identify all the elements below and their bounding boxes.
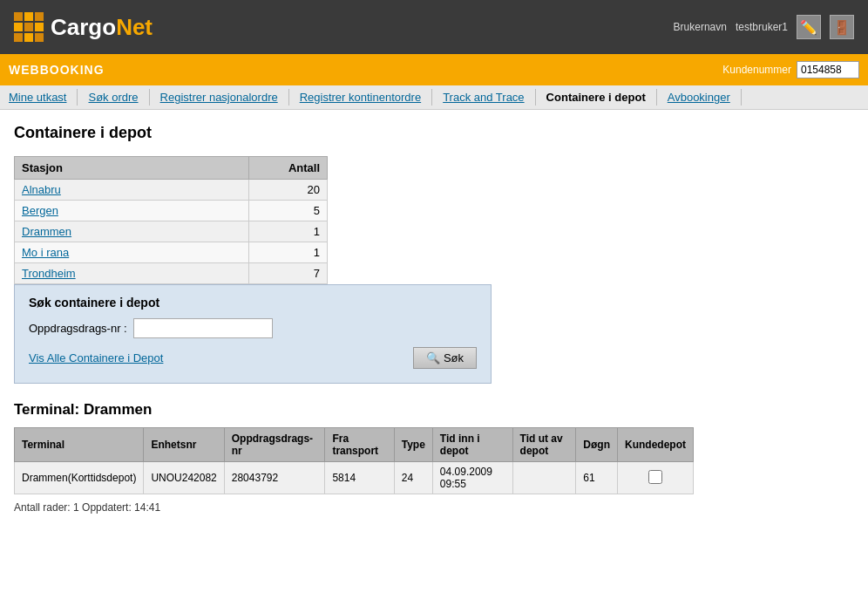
depot-stasjon: Alnabru xyxy=(15,180,249,201)
depot-antall: 1 xyxy=(249,242,328,263)
nav-track-and-trace[interactable]: Track and Trace xyxy=(432,89,535,106)
logo-area: CargoNet xyxy=(14,12,153,42)
terminal-table: Terminal Enhetsnr Oppdragsdrags-nr Fra t… xyxy=(14,427,694,494)
terminal-fra-transport: 5814 xyxy=(325,462,394,494)
search-btn-label: Søk xyxy=(444,351,464,364)
terminal-col-oppdrag: Oppdragsdrags-nr xyxy=(224,428,325,462)
username: testbruker1 xyxy=(736,21,788,33)
kundedepot-checkbox[interactable] xyxy=(648,470,662,484)
user-area: Brukernavn testbruker1 ✏️ 🚪 xyxy=(674,15,854,39)
navbar-title: WEBBOOKING xyxy=(9,63,105,77)
oppdrag-input[interactable] xyxy=(133,318,273,338)
terminal-type: 24 xyxy=(394,462,432,494)
main-content: Containere i depot Stasjon Antall Alnabr… xyxy=(0,110,868,528)
depot-antall: 5 xyxy=(249,201,328,221)
depot-stasjon: Bergen xyxy=(15,201,249,221)
edit-icon-btn[interactable]: ✏️ xyxy=(797,15,821,39)
search-button[interactable]: 🔍 Søk xyxy=(413,347,477,369)
search-row: Oppdragsdrags-nr : xyxy=(29,318,477,338)
depot-row: Drammen1 xyxy=(15,221,328,242)
depot-stasjon-link[interactable]: Drammen xyxy=(22,225,71,238)
terminal-tid-inn: 04.09.2009 09:55 xyxy=(432,462,512,494)
customer-area: Kundenummer xyxy=(722,61,859,78)
oppdrag-label: Oppdragsdrags-nr : xyxy=(29,322,133,335)
depot-antall: 7 xyxy=(249,263,328,284)
terminal-row: Drammen(Korttidsdepot)UNOU24208228043792… xyxy=(15,462,694,494)
depot-tbody: Alnabru20Bergen5Drammen1Mo i rana1Trondh… xyxy=(15,180,328,284)
logo-icon xyxy=(14,12,44,42)
navbar: WEBBOOKING Kundenummer xyxy=(0,54,868,85)
depot-col-stasjon: Stasjon xyxy=(15,157,249,180)
terminal-tid-ut xyxy=(512,462,576,494)
depot-row: Alnabru20 xyxy=(15,180,328,201)
logo-cargo: Cargo xyxy=(51,14,116,40)
terminal-tbody: Drammen(Korttidsdepot)UNOU24208228043792… xyxy=(15,462,694,494)
terminal-kundedepot[interactable] xyxy=(617,462,693,494)
terminal-terminal: Drammen(Korttidsdepot) xyxy=(15,462,144,494)
nav-mine-utkast[interactable]: Mine utkast xyxy=(9,89,78,106)
search-icon: 🔍 xyxy=(426,351,440,364)
terminal-oppdrag-nr: 28043792 xyxy=(224,462,325,494)
nav-avbookinger[interactable]: Avbookinger xyxy=(657,89,742,106)
header: CargoNet Brukernavn testbruker1 ✏️ 🚪 xyxy=(0,0,868,54)
nav-containere-i-depot[interactable]: Containere i depot xyxy=(536,89,657,106)
terminal-dogn: 61 xyxy=(576,462,618,494)
terminal-col-kundedepot: Kundedepot xyxy=(617,428,693,462)
user-label: Brukernavn xyxy=(674,21,727,33)
page-title: Containere i depot xyxy=(14,124,854,142)
nav-registrer-nasjonalordre[interactable]: Registrer nasjonalordre xyxy=(150,89,289,106)
depot-row: Trondheim7 xyxy=(15,263,328,284)
search-actions: Vis Alle Containere i Depot 🔍 Søk xyxy=(29,347,477,369)
customer-number-input[interactable] xyxy=(797,61,859,78)
terminal-enhetsnr: UNOU242082 xyxy=(144,462,224,494)
nav-links: Mine utkast Søk ordre Registrer nasjonal… xyxy=(0,85,868,110)
terminal-title: Terminal: Drammen xyxy=(14,401,854,419)
depot-stasjon-link[interactable]: Bergen xyxy=(22,204,58,217)
terminal-col-tid-ut: Tid ut av depot xyxy=(512,428,576,462)
footer-text: Antall rader: 1 Oppdatert: 14:41 xyxy=(14,501,854,514)
nav-sok-ordre[interactable]: Søk ordre xyxy=(78,89,149,106)
depot-stasjon: Mo i rana xyxy=(15,242,249,263)
customer-label: Kundenummer xyxy=(722,64,791,76)
depot-stasjon: Drammen xyxy=(15,221,249,242)
terminal-col-enhetsnr: Enhetsnr xyxy=(144,428,224,462)
depot-row: Bergen5 xyxy=(15,201,328,221)
logo-text: CargoNet xyxy=(51,14,153,41)
terminal-col-tid-inn: Tid inn i depot xyxy=(432,428,512,462)
depot-col-antall: Antall xyxy=(249,157,328,180)
terminal-col-terminal: Terminal xyxy=(15,428,144,462)
terminal-col-fra-transport: Fra transport xyxy=(325,428,394,462)
depot-row: Mo i rana1 xyxy=(15,242,328,263)
vis-alle-link[interactable]: Vis Alle Containere i Depot xyxy=(29,351,163,364)
search-section: Søk containere i depot Oppdragsdrags-nr … xyxy=(14,284,492,384)
depot-antall: 20 xyxy=(249,180,328,201)
nav-registrer-kontinentordre[interactable]: Registrer kontinentordre xyxy=(289,89,432,106)
depot-stasjon: Trondheim xyxy=(15,263,249,284)
search-title: Søk containere i depot xyxy=(29,296,477,310)
terminal-col-dogn: Døgn xyxy=(576,428,618,462)
depot-stasjon-link[interactable]: Mo i rana xyxy=(22,246,69,259)
exit-icon-btn[interactable]: 🚪 xyxy=(830,15,854,39)
depot-table: Stasjon Antall Alnabru20Bergen5Drammen1M… xyxy=(14,156,328,284)
depot-antall: 1 xyxy=(249,221,328,242)
logo-net: Net xyxy=(116,14,153,40)
terminal-col-type: Type xyxy=(394,428,432,462)
depot-stasjon-link[interactable]: Trondheim xyxy=(22,267,76,280)
depot-stasjon-link[interactable]: Alnabru xyxy=(22,183,61,196)
